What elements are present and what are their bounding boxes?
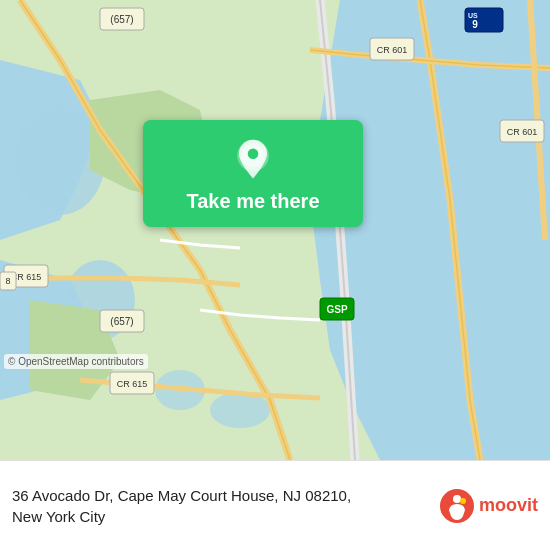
svg-point-31	[460, 498, 466, 504]
svg-text:CR 601: CR 601	[377, 45, 408, 55]
map-attribution: © OpenStreetMap contributors	[4, 354, 148, 369]
svg-point-28	[248, 149, 259, 160]
moovit-wordmark: moovit	[479, 495, 538, 516]
bottom-bar: 36 Avocado Dr, Cape May Court House, NJ …	[0, 460, 550, 550]
svg-text:CR 615: CR 615	[117, 379, 148, 389]
svg-text:(657): (657)	[110, 316, 133, 327]
moovit-logo: moovit	[439, 488, 538, 524]
svg-text:CR 601: CR 601	[507, 127, 538, 137]
take-me-there-button[interactable]: Take me there	[143, 120, 363, 227]
svg-text:9: 9	[472, 19, 478, 30]
moovit-icon	[439, 488, 475, 524]
svg-text:US: US	[468, 12, 478, 19]
map-container: (657) (657) US 9 CR 601 CR 601 CR 615 CR…	[0, 0, 550, 460]
address-text: 36 Avocado Dr, Cape May Court House, NJ …	[12, 485, 427, 527]
address-block: 36 Avocado Dr, Cape May Court House, NJ …	[12, 485, 427, 527]
svg-point-30	[453, 495, 461, 503]
svg-text:GSP: GSP	[326, 304, 347, 315]
button-label: Take me there	[186, 190, 319, 213]
svg-text:(657): (657)	[110, 14, 133, 25]
svg-text:8: 8	[5, 276, 10, 286]
location-pin-icon	[231, 138, 275, 182]
